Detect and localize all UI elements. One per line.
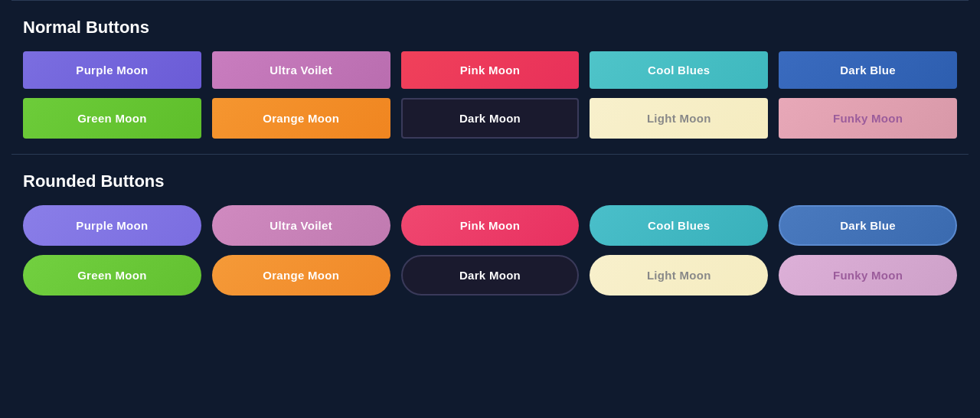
normal-funky-moon-button[interactable]: Funky Moon xyxy=(779,98,957,139)
rounded-purple-moon-button[interactable]: Purple Moon xyxy=(23,205,201,246)
rounded-ultra-violet-button[interactable]: Ultra Voilet xyxy=(212,205,390,246)
normal-light-moon-button[interactable]: Light Moon xyxy=(590,98,768,139)
rounded-green-moon-button[interactable]: Green Moon xyxy=(23,255,201,296)
rounded-buttons-grid: Purple Moon Ultra Voilet Pink Moon Cool … xyxy=(23,205,957,296)
normal-ultra-violet-button[interactable]: Ultra Voilet xyxy=(212,51,390,89)
rounded-buttons-title: Rounded Buttons xyxy=(23,171,957,191)
rounded-dark-blue-button[interactable]: Dark Blue xyxy=(779,205,957,246)
rounded-funky-moon-button[interactable]: Funky Moon xyxy=(779,255,957,296)
normal-purple-moon-button[interactable]: Purple Moon xyxy=(23,51,201,89)
rounded-dark-moon-button[interactable]: Dark Moon xyxy=(401,255,580,296)
rounded-cool-blues-button[interactable]: Cool Blues xyxy=(590,205,768,246)
rounded-orange-moon-button[interactable]: Orange Moon xyxy=(212,255,390,296)
rounded-pink-moon-button[interactable]: Pink Moon xyxy=(401,205,580,246)
normal-pink-moon-button[interactable]: Pink Moon xyxy=(401,51,580,89)
normal-buttons-section: Normal Buttons Purple Moon Ultra Voilet … xyxy=(0,1,980,154)
rounded-light-moon-button[interactable]: Light Moon xyxy=(590,255,768,296)
normal-cool-blues-button[interactable]: Cool Blues xyxy=(590,51,768,89)
normal-buttons-title: Normal Buttons xyxy=(23,18,957,38)
normal-buttons-grid: Purple Moon Ultra Voilet Pink Moon Cool … xyxy=(23,51,957,139)
normal-dark-moon-button[interactable]: Dark Moon xyxy=(401,98,580,139)
normal-dark-blue-button[interactable]: Dark Blue xyxy=(779,51,957,89)
normal-orange-moon-button[interactable]: Orange Moon xyxy=(212,98,390,139)
normal-green-moon-button[interactable]: Green Moon xyxy=(23,98,201,139)
rounded-buttons-section: Rounded Buttons Purple Moon Ultra Voilet… xyxy=(0,155,980,311)
